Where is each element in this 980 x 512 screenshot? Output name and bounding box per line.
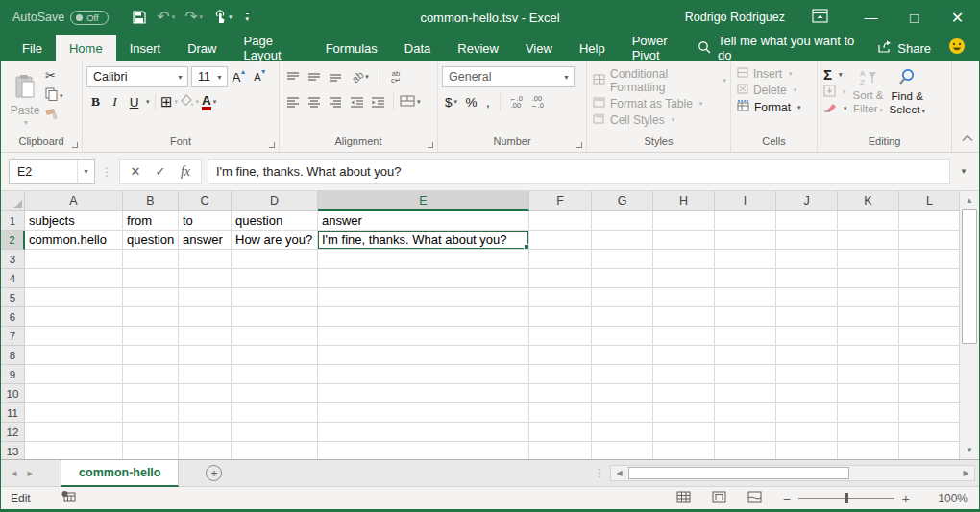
cell-g6[interactable] [592, 307, 653, 327]
cell-e10[interactable] [318, 384, 529, 403]
cell-g9[interactable] [592, 365, 653, 384]
cell-h13[interactable] [653, 442, 715, 459]
clear-button[interactable]: ▾ [821, 102, 847, 115]
column-header-l[interactable]: L [899, 191, 961, 211]
cell-e11[interactable] [318, 403, 529, 423]
cell-e6[interactable] [318, 307, 529, 327]
cell-h8[interactable] [653, 346, 715, 365]
formula-bar-expand-icon[interactable]: ▼ [956, 167, 971, 176]
cell-g4[interactable] [592, 269, 653, 288]
row-header-1[interactable]: 1 [1, 211, 25, 231]
cell-l10[interactable] [899, 384, 961, 403]
ribbon-tab-page-layout[interactable]: Page Layout [231, 35, 312, 61]
cell-j9[interactable] [776, 365, 838, 384]
number-format-combo[interactable]: General▼ [442, 66, 575, 87]
row-header-13[interactable]: 13 [1, 442, 25, 459]
cell-i10[interactable] [715, 384, 776, 403]
cell-k13[interactable] [838, 442, 899, 459]
close-button[interactable]: ✕ [936, 0, 979, 35]
cell-g3[interactable] [592, 250, 653, 269]
delete-dropdown-icon[interactable]: ▾ [794, 86, 797, 94]
cell-e7[interactable] [318, 327, 529, 346]
redo-dropdown-icon[interactable]: ▾ [200, 13, 204, 21]
cell-b11[interactable] [123, 403, 179, 423]
row-header-9[interactable]: 9 [1, 365, 25, 384]
accounting-dropdown-icon[interactable]: ▾ [454, 98, 458, 106]
cell-k9[interactable] [838, 365, 899, 384]
cell-c5[interactable] [179, 288, 232, 307]
cell-c4[interactable] [179, 269, 232, 288]
cut-button[interactable]: ✂ [45, 68, 63, 83]
ribbon-tab-data[interactable]: Data [391, 35, 444, 61]
cell-e2[interactable]: I'm fine, thanks. What about you? [318, 231, 529, 250]
top-align-button[interactable] [283, 66, 303, 87]
format-cells-button[interactable]: Format ▾ [735, 100, 813, 114]
find-select-button[interactable]: Find & Select▾ [889, 66, 924, 135]
cell-g5[interactable] [592, 288, 653, 307]
cell-b12[interactable] [123, 423, 179, 442]
cell-b8[interactable] [123, 346, 179, 365]
cell-a4[interactable] [25, 269, 123, 288]
cell-i5[interactable] [715, 288, 776, 307]
cell-c2[interactable]: answer [179, 231, 232, 250]
touch-mouse-mode-button[interactable]: ▾ [208, 7, 236, 28]
ribbon-tab-home[interactable]: Home [56, 35, 116, 61]
cell-a13[interactable] [25, 442, 123, 459]
cell-i9[interactable] [715, 365, 776, 384]
cell-j2[interactable] [776, 231, 838, 250]
font-name-combo[interactable]: Calibri▼ [86, 66, 188, 87]
cell-g2[interactable] [592, 231, 653, 250]
font-name-dropdown-icon[interactable]: ▼ [173, 74, 187, 81]
cell-k4[interactable] [838, 269, 899, 288]
row-header-12[interactable]: 12 [1, 423, 25, 442]
vertical-scroll-thumb[interactable] [962, 209, 977, 344]
cell-styles-button[interactable]: Cell Styles ▾ [591, 113, 726, 127]
formula-input[interactable]: I'm fine, thanks. What about you? [208, 159, 950, 184]
borders-dropdown-icon[interactable]: ▾ [175, 98, 179, 106]
cell-c3[interactable] [179, 250, 232, 269]
column-header-e[interactable]: E [318, 191, 529, 211]
redo-button[interactable]: ↷▾ [181, 7, 207, 28]
number-format-dropdown-icon[interactable]: ▼ [559, 74, 574, 81]
cell-h9[interactable] [653, 365, 715, 384]
cell-d5[interactable] [232, 288, 318, 307]
cell-k3[interactable] [838, 250, 899, 269]
cell-g12[interactable] [592, 423, 653, 442]
cell-h5[interactable] [653, 288, 715, 307]
alignment-dialog-launcher[interactable] [428, 142, 433, 148]
cell-k10[interactable] [838, 384, 899, 403]
cell-g8[interactable] [592, 346, 653, 365]
increase-decimal-button[interactable]: ←.0.00 [506, 91, 526, 112]
insert-cells-button[interactable]: Insert ▾ [735, 67, 813, 81]
cell-f5[interactable] [529, 288, 592, 307]
cell-l12[interactable] [899, 423, 961, 442]
format-painter-button[interactable] [45, 109, 63, 123]
zoom-slider-thumb[interactable] [845, 493, 848, 503]
cell-l8[interactable] [899, 346, 961, 365]
copy-dropdown-icon[interactable]: ▾ [60, 92, 63, 100]
ribbon-tab-power-pivot[interactable]: Power Pivot [619, 35, 698, 61]
vertical-scrollbar[interactable]: ▲ ▼ [959, 191, 979, 459]
cell-f13[interactable] [529, 442, 592, 459]
font-dialog-launcher[interactable] [269, 142, 275, 148]
font-size-dropdown-icon[interactable]: ▼ [212, 74, 227, 81]
row-header-2[interactable]: 2 [1, 231, 25, 250]
format-as-table-button[interactable]: Format as Table ▾ [591, 97, 726, 110]
fill-color-button[interactable]: ▾ [180, 91, 200, 112]
clear-dropdown-icon[interactable]: ▾ [844, 105, 847, 112]
cell-f11[interactable] [529, 403, 592, 423]
confirm-entry-button[interactable]: ✓ [149, 164, 172, 179]
ribbon-tab-formulas[interactable]: Formulas [312, 35, 391, 61]
cell-c8[interactable] [179, 346, 232, 365]
paste-button[interactable]: Paste ▼ [5, 64, 45, 135]
cell-i11[interactable] [715, 403, 776, 423]
cell-f1[interactable] [529, 211, 592, 231]
autosave-toggle[interactable]: AutoSave Off [12, 11, 109, 25]
format-as-table-dropdown-icon[interactable]: ▾ [699, 100, 703, 108]
merge-center-button[interactable]: ▾ [400, 91, 421, 112]
cell-g11[interactable] [592, 403, 653, 423]
macro-record-button[interactable] [61, 491, 76, 505]
cell-f10[interactable] [529, 384, 592, 403]
accounting-format-button[interactable]: $▾ [442, 91, 460, 112]
insert-function-button[interactable]: fx [174, 164, 197, 180]
